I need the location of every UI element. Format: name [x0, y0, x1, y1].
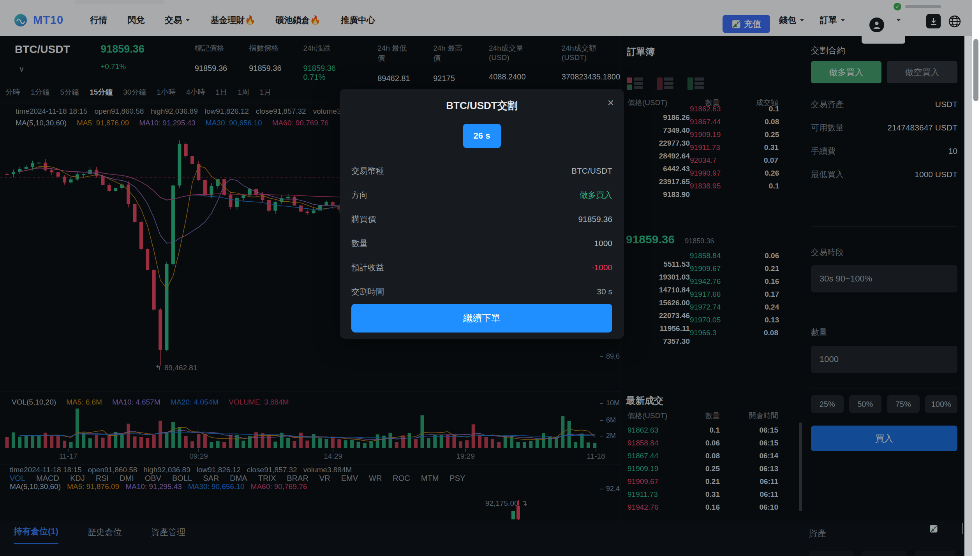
- modal-row-value: -1000: [591, 263, 612, 272]
- page-scrollbar-track[interactable]: [964, 36, 972, 556]
- modal-row-value: 1000: [594, 239, 612, 248]
- modal-row-value: 做多買入: [580, 190, 612, 201]
- modal-row-label: 交易幣種: [351, 165, 384, 176]
- modal-row-value: BTC/USDT: [571, 166, 612, 176]
- divider: [351, 122, 612, 122]
- delivery-modal: BTC/USDT交割 × 26 s 交易幣種BTC/USDT方向做多買入購買價9…: [340, 89, 624, 339]
- modal-rows: 交易幣種BTC/USDT方向做多買入購買價91859.36數量1000預計收益-…: [351, 159, 612, 304]
- modal-row-label: 數量: [351, 238, 368, 249]
- close-icon[interactable]: ×: [608, 97, 614, 108]
- modal-row-2: 購買價91859.36: [351, 207, 612, 231]
- modal-row-label: 方向: [351, 190, 368, 201]
- modal-row-label: 交割時間: [351, 286, 384, 297]
- modal-row-0: 交易幣種BTC/USDT: [351, 159, 612, 183]
- continue-order-button[interactable]: 繼續下單: [351, 304, 612, 333]
- modal-title: BTC/USDT交割: [351, 89, 612, 113]
- modal-row-value: 91859.36: [578, 215, 612, 224]
- modal-row-1: 方向做多買入: [351, 183, 612, 207]
- modal-row-3: 數量1000: [351, 231, 612, 255]
- countdown-timer: 26 s: [463, 124, 501, 148]
- modal-row-5: 交割時間30 s: [351, 280, 612, 304]
- app-root: MT10 行情閃兌交易基金理財🔥礦池鎖倉🔥推廣中心 充值 錢包 訂單: [0, 0, 980, 556]
- modal-row-value: 30 s: [597, 287, 612, 296]
- modal-row-label: 預計收益: [351, 262, 384, 273]
- browser-scrollbar[interactable]: [972, 0, 980, 556]
- modal-row-label: 購買價: [351, 214, 376, 225]
- modal-row-4: 預計收益-1000: [351, 255, 612, 280]
- scrollbar-thumb[interactable]: [973, 39, 978, 101]
